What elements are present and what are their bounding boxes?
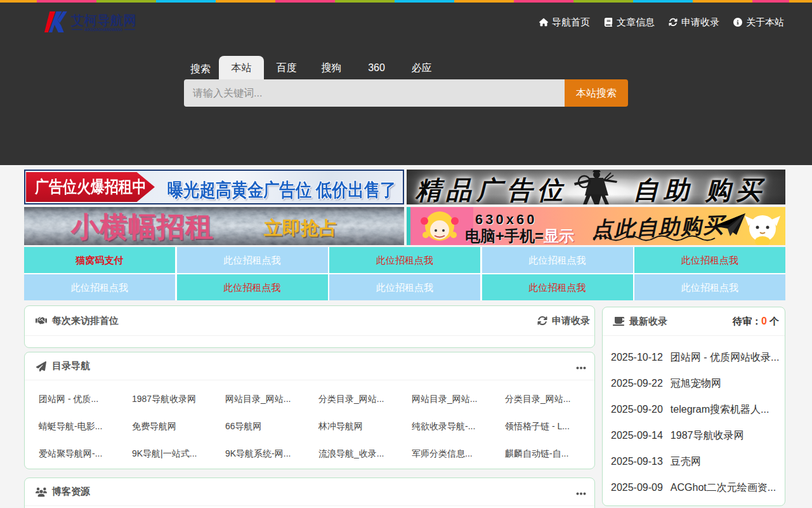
svg-text:艾柯导航网: 艾柯导航网: [70, 13, 136, 27]
svg-text:AIKEDAOHANGWANG: AIKEDAOHANGWANG: [84, 27, 122, 32]
